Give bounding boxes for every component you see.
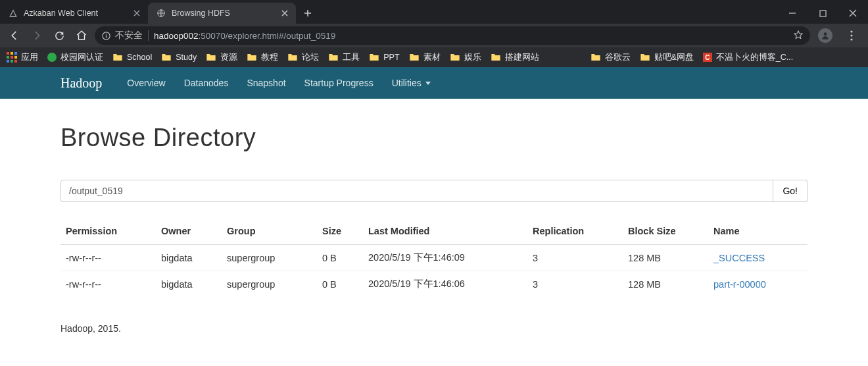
col-replication: Replication [527, 219, 623, 245]
table-header-row: Permission Owner Group Size Last Modifie… [60, 219, 808, 245]
folder-icon [247, 53, 257, 62]
cell-permission: -rw-r--r-- [60, 271, 156, 298]
svg-point-8 [850, 38, 852, 40]
folder-icon [591, 53, 601, 62]
bookmark-label: 搭建网站 [505, 52, 539, 63]
profile-avatar-icon[interactable] [814, 28, 836, 43]
bookmark-item[interactable]: 教程 [247, 52, 278, 63]
folder-icon [287, 53, 298, 62]
close-icon[interactable] [133, 10, 140, 16]
cell-size: 0 B [317, 271, 363, 298]
folder-icon [112, 53, 123, 62]
col-size: Size [317, 219, 363, 245]
kebab-menu-icon[interactable] [840, 30, 863, 41]
folder-icon [369, 53, 379, 62]
tab-title: Browsing HDFS [172, 9, 276, 18]
bookmark-label: 素材 [423, 52, 441, 63]
bookmark-label: 贴吧&网盘 [654, 52, 694, 63]
folder-icon [161, 53, 172, 62]
site-icon: C [703, 53, 712, 62]
omnibox[interactable]: 不安全 hadoop002:50070/explorer.html#/outpu… [95, 26, 810, 45]
bookmark-item[interactable]: Study [161, 53, 197, 62]
reload-icon[interactable] [50, 26, 68, 45]
url-text: hadoop002:50070/explorer.html#/output_05… [154, 31, 335, 41]
bookmark-item[interactable]: 娱乐 [450, 52, 481, 63]
brand[interactable]: Hadoop [60, 76, 102, 91]
bookmark-item[interactable]: 素材 [409, 52, 441, 63]
folder-icon [206, 53, 216, 62]
window-close-icon[interactable] [838, 3, 868, 24]
minimize-icon[interactable] [777, 3, 808, 24]
browser-tab-1[interactable]: Browsing HDFS [148, 3, 296, 24]
bookmark-label: 校园网认证 [60, 52, 103, 63]
folder-icon [328, 53, 339, 62]
cell-replication: 3 [527, 245, 623, 271]
azkaban-icon [8, 8, 18, 18]
bookmark-apps[interactable]: 应用 [7, 52, 38, 63]
cell-modified: 2020/5/19 下午1:46:06 [363, 271, 527, 298]
col-name: Name [708, 219, 808, 245]
col-permission: Permission [60, 219, 156, 245]
bookmark-label: 资源 [220, 52, 237, 63]
go-button[interactable]: Go! [773, 180, 808, 202]
back-icon[interactable] [5, 26, 24, 45]
new-tab-button[interactable] [299, 4, 317, 22]
site-icon [47, 53, 57, 62]
cell-owner: bigdata [156, 245, 222, 271]
bookmark-item[interactable]: PPT [369, 53, 399, 62]
folder-icon [450, 53, 460, 62]
bookmark-label: 工具 [343, 52, 360, 63]
cell-size: 0 B [317, 245, 363, 271]
nav-overview[interactable]: Overview [127, 78, 165, 88]
svg-point-5 [824, 32, 827, 36]
nav-utilities[interactable]: Utilities [392, 78, 431, 88]
nav-startup-progress[interactable]: Startup Progress [304, 78, 374, 88]
bookmark-star-icon[interactable] [793, 30, 804, 42]
home-icon[interactable] [72, 26, 91, 45]
path-input[interactable] [60, 180, 773, 202]
nav-datanodes[interactable]: Datanodes [184, 78, 229, 88]
apps-grid-icon [7, 52, 17, 63]
col-group: Group [222, 219, 317, 245]
close-icon[interactable] [281, 10, 288, 16]
bookmark-item[interactable]: C不温卜火的博客_C... [703, 52, 793, 63]
svg-point-7 [850, 34, 852, 36]
bookmark-item[interactable]: 搭建网站 [491, 52, 539, 63]
forward-icon[interactable] [28, 26, 46, 45]
file-link[interactable]: _SUCCESS [713, 253, 765, 263]
svg-point-3 [106, 33, 107, 34]
bookmark-item[interactable]: 工具 [328, 52, 360, 63]
footer: Hadoop, 2015. [60, 323, 808, 334]
maximize-icon[interactable] [808, 3, 838, 24]
hadoop-navbar: Hadoop Overview Datanodes Snapshot Start… [0, 67, 868, 99]
bookmark-item[interactable]: 资源 [206, 52, 237, 63]
col-blocksize: Block Size [623, 219, 708, 245]
cell-group: supergroup [222, 271, 317, 298]
tab-title: Azkaban Web Client [24, 9, 128, 18]
file-link[interactable]: part-r-00000 [713, 279, 766, 290]
bookmark-item[interactable]: School [112, 53, 152, 62]
bookmark-item[interactable]: 校园网认证 [47, 52, 103, 63]
bookmark-item[interactable]: 谷歌云 [591, 52, 631, 63]
folder-icon [409, 53, 420, 62]
svg-point-6 [850, 30, 852, 32]
browser-tab-0[interactable]: Azkaban Web Client [0, 3, 148, 24]
bookmark-label: 应用 [21, 52, 38, 63]
svg-rect-4 [106, 35, 107, 38]
svg-rect-1 [820, 11, 826, 16]
bookmark-label: Study [176, 53, 197, 62]
browser-address-bar: 不安全 hadoop002:50070/explorer.html#/outpu… [0, 24, 868, 47]
bookmark-item[interactable]: 论坛 [287, 52, 319, 63]
nav-snapshot[interactable]: Snapshot [247, 78, 285, 88]
security-label: 不安全 [115, 30, 143, 41]
bookmark-item[interactable]: 贴吧&网盘 [640, 52, 694, 63]
cell-replication: 3 [527, 271, 623, 298]
cell-owner: bigdata [156, 271, 222, 298]
security-chip[interactable]: 不安全 [101, 30, 143, 41]
bookmarks-bar: 应用 校园网认证 School Study 资源 教程 论坛 工具 PPT 素材… [0, 47, 868, 67]
table-row: -rw-r--r-- bigdata supergroup 0 B 2020/5… [60, 245, 808, 271]
chevron-down-icon [425, 82, 431, 85]
col-modified: Last Modified [363, 219, 527, 245]
cell-permission: -rw-r--r-- [60, 245, 156, 271]
bookmark-label: 谷歌云 [605, 52, 631, 63]
